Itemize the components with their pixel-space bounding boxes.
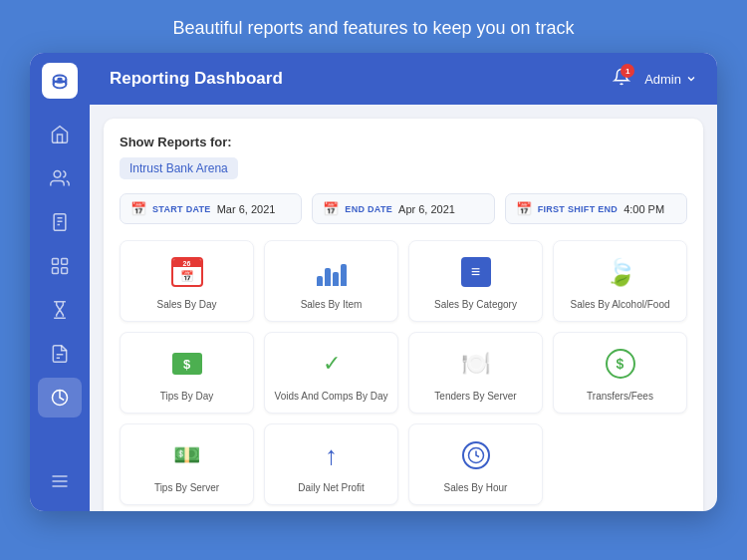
tip-icon: 💵 — [168, 436, 206, 474]
report-item-sales-by-category[interactable]: ≡ Sales By Category — [408, 240, 543, 322]
report-item-voids-and-comps[interactable]: ✓ Voids And Comps By Day — [264, 332, 398, 414]
shift-end-field[interactable]: 📅 FIRST SHIFT END 4:00 PM — [505, 193, 687, 224]
report-item-transfers-fees[interactable]: $ Transfers/Fees — [553, 332, 687, 414]
header-title: Reporting Dashboard — [110, 69, 613, 89]
app-header: Reporting Dashboard 1 Admin — [90, 53, 717, 105]
calendar-shift-icon: 📅 — [516, 201, 532, 216]
venue-badge[interactable]: Intrust Bank Arena — [120, 157, 238, 179]
page-top-title: Beautiful reports and features to keep y… — [152, 0, 594, 53]
app-container: Reporting Dashboard 1 Admin — [30, 53, 717, 511]
calendar-start-icon: 📅 — [130, 201, 146, 216]
calendar-icon: 26📅 — [168, 253, 206, 291]
report-label-voids-and-comps: Voids And Comps By Day — [275, 390, 388, 403]
header-right: 1 Admin — [613, 68, 697, 90]
report-label-tips-by-server: Tips By Server — [154, 481, 219, 494]
date-filters: 📅 START DATE Mar 6, 2021 📅 END DATE Apr … — [120, 193, 687, 224]
main-content: Reporting Dashboard 1 Admin — [90, 53, 717, 511]
check-icon: ✓ — [313, 345, 351, 383]
svg-rect-11 — [62, 259, 68, 265]
sidebar-item-clipboard[interactable] — [38, 202, 82, 242]
admin-label: Admin — [644, 72, 681, 87]
show-reports-label: Show Reports for: — [120, 135, 687, 149]
sidebar-item-hourglass[interactable] — [38, 290, 82, 330]
start-date-field[interactable]: 📅 START DATE Mar 6, 2021 — [120, 193, 302, 224]
start-date-value: Mar 6, 2021 — [217, 203, 276, 215]
category-icon: ≡ — [457, 253, 495, 291]
report-label-sales-by-item: Sales By Item — [301, 298, 363, 311]
report-label-transfers-fees: Transfers/Fees — [587, 390, 653, 403]
sidebar — [30, 53, 90, 511]
report-label-tenders-by-server: Tenders By Server — [434, 390, 516, 403]
report-item-daily-net-profit[interactable]: ↑ Daily Net Profit — [264, 423, 398, 505]
end-date-label: END DATE — [345, 204, 392, 214]
sidebar-item-analytics[interactable] — [38, 378, 82, 418]
transfer-icon: $ — [602, 345, 639, 383]
report-item-sales-by-hour[interactable]: Sales By Hour — [408, 423, 543, 505]
report-label-sales-by-hour: Sales By Hour — [444, 481, 508, 494]
sidebar-logo[interactable] — [42, 63, 78, 99]
calendar-end-icon: 📅 — [323, 201, 339, 216]
sidebar-menu-button[interactable] — [38, 461, 82, 501]
shift-end-label: FIRST SHIFT END — [538, 204, 619, 214]
reports-card: Show Reports for: Intrust Bank Arena 📅 S… — [104, 119, 703, 511]
server-icon: 🍽️ — [457, 345, 495, 383]
reports-grid: 26📅 Sales By Day Sales By Item ≡ Sales B… — [120, 240, 687, 505]
svg-rect-12 — [53, 268, 59, 274]
report-label-sales-by-category: Sales By Category — [434, 298, 517, 311]
shift-end-value: 4:00 PM — [623, 203, 664, 215]
end-date-value: Apr 6, 2021 — [398, 203, 455, 215]
sidebar-item-settings[interactable] — [38, 246, 82, 286]
end-date-field[interactable]: 📅 END DATE Apr 6, 2021 — [312, 193, 494, 224]
svg-rect-6 — [54, 214, 66, 231]
content-area: Show Reports for: Intrust Bank Arena 📅 S… — [90, 105, 717, 511]
report-label-sales-by-alcohol: Sales By Alcohol/Food — [570, 298, 669, 311]
notification-badge: 1 — [621, 64, 634, 78]
sidebar-item-document[interactable] — [38, 334, 82, 374]
sidebar-item-dashboard[interactable] — [38, 115, 82, 154]
report-item-sales-by-day[interactable]: 26📅 Sales By Day — [120, 240, 254, 322]
svg-point-5 — [54, 171, 61, 178]
money-icon: $ — [168, 345, 206, 383]
sidebar-item-users[interactable] — [38, 158, 82, 198]
report-item-sales-by-item[interactable]: Sales By Item — [264, 240, 398, 322]
admin-dropdown[interactable]: Admin — [644, 72, 697, 87]
report-item-tenders-by-server[interactable]: 🍽️ Tenders By Server — [408, 332, 543, 414]
svg-rect-10 — [53, 259, 59, 265]
leaf-icon: 🍃 — [602, 253, 639, 291]
arrow-icon: ↑ — [313, 436, 351, 474]
svg-rect-13 — [62, 268, 68, 274]
clock-icon — [457, 436, 495, 474]
report-item-tips-by-server[interactable]: 💵 Tips By Server — [120, 423, 254, 505]
start-date-label: START DATE — [152, 204, 211, 214]
bar-icon — [313, 253, 351, 291]
report-label-daily-net-profit: Daily Net Profit — [298, 481, 365, 494]
notification-bell[interactable]: 1 — [613, 68, 630, 90]
report-label-sales-by-day: Sales By Day — [156, 298, 216, 311]
report-item-sales-by-alcohol[interactable]: 🍃 Sales By Alcohol/Food — [553, 240, 687, 322]
report-item-tips-by-day[interactable]: $ Tips By Day — [120, 332, 254, 414]
report-label-tips-by-day: Tips By Day — [160, 390, 214, 403]
